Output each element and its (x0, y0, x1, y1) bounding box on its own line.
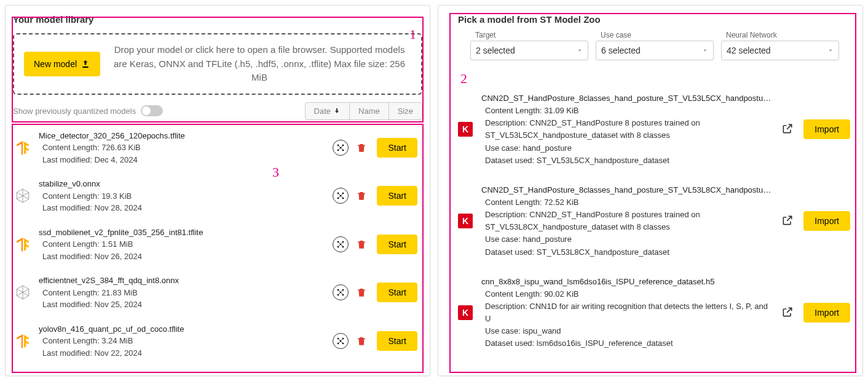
view-graph-button[interactable] (333, 284, 349, 300)
svg-line-8 (341, 148, 343, 150)
zoo-meta: cnn_8x8x8_ispu_wand_lsm6dso16is_ISPU_ref… (481, 276, 773, 350)
zoo-content-length: Content Length: 31.09 KiB (481, 105, 773, 117)
filter-select[interactable]: 6 selected (596, 41, 714, 60)
model-item: ssd_mobilenet_v2_fpnlite_035_256_int81.t… (14, 220, 417, 269)
delete-button[interactable] (356, 334, 369, 348)
svg-line-5 (338, 145, 341, 148)
zoo-item: KCNN2D_ST_HandPosture_8classes_hand_post… (458, 84, 850, 175)
model-name: yolov8n_416_quant_pc_uf_od_coco.tflite (39, 323, 325, 335)
model-meta: ssd_mobilenet_v2_fpnlite_035_256_int81.t… (39, 227, 325, 263)
zoo-description: Description: CNN2D_ST_HandPosture 8 post… (481, 209, 773, 233)
svg-line-7 (341, 145, 343, 148)
zoo-model-name: cnn_8x8x8_ispu_wand_lsm6dso16is_ISPU_ref… (481, 276, 773, 288)
start-button[interactable]: Start (377, 283, 417, 302)
svg-line-42 (341, 290, 343, 292)
list-toolbar: Show previously quantized models Date Na… (6, 100, 430, 124)
model-meta: efficientnet_v2S_384_fft_qdq_int8.onnxCo… (39, 275, 325, 311)
new-model-label: New model (34, 59, 77, 69)
model-content-length: Content Length: 21.83 MiB (39, 287, 325, 299)
svg-line-19 (338, 196, 341, 198)
import-button[interactable]: Import (803, 303, 850, 323)
sort-size-button[interactable]: Size (389, 102, 422, 120)
svg-line-30 (341, 244, 343, 247)
model-name: Mice_detector_320_256_120epochs.tflite (39, 130, 325, 142)
filter-value: 42 selected (727, 46, 771, 55)
chevron-down-icon (702, 46, 708, 55)
start-button[interactable]: Start (377, 331, 417, 351)
open-external-button[interactable] (781, 122, 795, 136)
zoo-dataset: Dataset used: ST_VL53L5CX_handposture_da… (481, 154, 773, 167)
zoo-use-case: Use case: hand_posture (481, 142, 773, 154)
filter-label: Target (470, 31, 588, 39)
filter-select[interactable]: 2 selected (470, 41, 588, 60)
delete-button[interactable] (356, 238, 369, 251)
zoo-meta: CNN2D_ST_HandPosture_8classes_hand_postu… (481, 184, 773, 259)
sort-date-button[interactable]: Date (305, 102, 350, 120)
import-button[interactable]: Import (803, 119, 850, 139)
view-graph-button[interactable] (333, 188, 349, 204)
model-last-modified: Last modified: Nov 26, 2024 (39, 251, 325, 263)
onnx-icon (14, 187, 31, 204)
svg-line-40 (338, 290, 341, 292)
delete-button[interactable] (356, 286, 369, 299)
zoo-title: Pick a model from ST Model Zoo (438, 6, 862, 31)
zoo-content-length: Content Length: 90.02 KiB (481, 288, 773, 300)
open-external-button[interactable] (781, 214, 795, 228)
open-external-button[interactable] (781, 306, 795, 319)
model-zoo-panel: 2 Pick a model from ST Model Zoo Target2… (438, 5, 863, 376)
import-button[interactable]: Import (803, 211, 850, 231)
model-content-length: Content Length: 726.63 KiB (39, 142, 325, 154)
arrow-down-icon (333, 107, 341, 114)
tensorflow-icon (14, 236, 31, 253)
view-graph-button[interactable] (333, 140, 349, 156)
model-content-length: Content Length: 1.51 MiB (39, 238, 325, 251)
filter: Target2 selected (470, 31, 588, 60)
library-title: Your model library (6, 6, 430, 28)
filter-label: Use case (596, 31, 714, 39)
delete-button[interactable] (356, 141, 369, 154)
model-library-panel: 1 3 Your model library New model Drop yo… (5, 5, 430, 376)
keras-badge-icon: K (458, 122, 473, 137)
sort-name-button[interactable]: Name (350, 102, 389, 120)
keras-badge-icon: K (458, 305, 473, 320)
view-graph-button[interactable] (333, 236, 349, 252)
zoo-use-case: Use case: ispu_wand (481, 325, 773, 337)
model-meta: yolov8n_416_quant_pc_uf_od_coco.tfliteCo… (39, 323, 325, 359)
sort-buttons: Date Name Size (305, 102, 422, 120)
filter-select[interactable]: 42 selected (721, 41, 839, 60)
quantized-toggle[interactable] (141, 105, 163, 116)
onnx-icon (14, 284, 31, 301)
tensorflow-icon (14, 332, 31, 350)
dropzone[interactable]: New model Drop your model or click here … (13, 33, 422, 95)
svg-line-27 (338, 242, 341, 244)
annotation-3: 3 (272, 164, 279, 180)
zoo-dataset: Dataset used: ST_VL53L8CX_handposture_da… (481, 246, 773, 259)
zoo-meta: CNN2D_ST_HandPosture_8classes_hand_postu… (481, 92, 773, 167)
start-button[interactable]: Start (377, 186, 417, 206)
zoo-description: Description: CNN1D for air writing recog… (481, 300, 773, 325)
model-item: efficientnet_v2S_384_fft_qdq_int8.onnxCo… (14, 268, 417, 317)
model-last-modified: Last modified: Nov 22, 2024 (39, 347, 325, 359)
view-graph-button[interactable] (333, 333, 349, 349)
delete-button[interactable] (356, 189, 369, 203)
new-model-button[interactable]: New model (24, 52, 100, 76)
svg-line-41 (338, 292, 341, 295)
model-last-modified: Last modified: Nov 28, 2024 (39, 202, 325, 214)
model-item: Mice_detector_320_256_120epochs.tfliteCo… (14, 124, 417, 172)
model-list[interactable]: Mice_detector_320_256_120epochs.tfliteCo… (6, 124, 430, 376)
svg-line-28 (338, 244, 341, 247)
filter: Neural Network42 selected (721, 31, 839, 60)
zoo-description: Description: CNN2D_ST_HandPosture 8 post… (481, 117, 773, 142)
model-name: efficientnet_v2S_384_fft_qdq_int8.onnx (39, 275, 325, 287)
start-button[interactable]: Start (377, 235, 417, 254)
start-button[interactable]: Start (377, 138, 417, 158)
zoo-filters: Target2 selectedUse case6 selectedNeural… (438, 31, 862, 66)
chevron-down-icon (577, 46, 583, 55)
model-content-length: Content Length: 3.24 MiB (39, 335, 325, 347)
model-name: stabilize_v0.onnx (39, 178, 325, 190)
toggle-label: Show previously quantized models (13, 106, 136, 116)
svg-line-51 (341, 339, 343, 341)
zoo-list[interactable]: KCNN2D_ST_HandPosture_8classes_hand_post… (438, 66, 862, 375)
filter-value: 2 selected (476, 46, 515, 55)
model-item: stabilize_v0.onnxContent Length: 19.3 Ki… (14, 172, 417, 220)
